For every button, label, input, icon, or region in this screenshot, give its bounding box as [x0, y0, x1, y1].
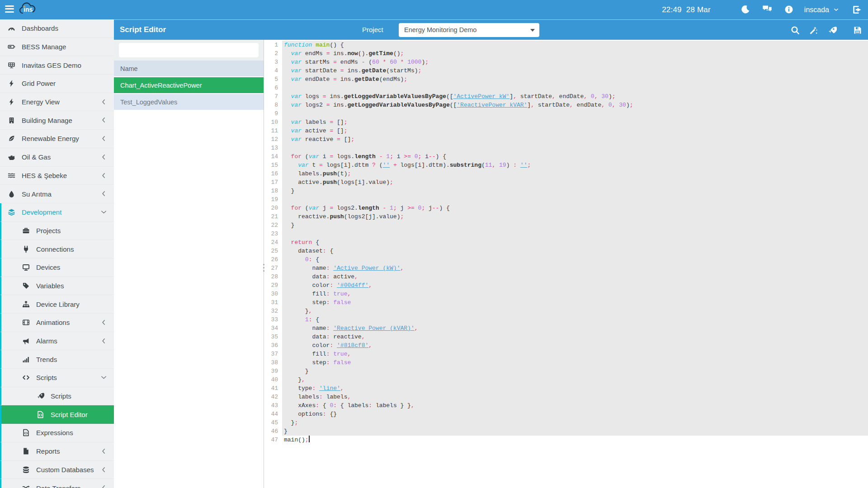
- line-number: 46: [264, 427, 282, 436]
- signout-button[interactable]: [853, 5, 862, 14]
- sidebar-item-inavitas-ges-demo[interactable]: Inavitas GES Demo: [0, 56, 114, 75]
- sidebar-item-bess-manage[interactable]: BESS Manage: [0, 38, 114, 56]
- code-editor[interactable]: 1234567891011121314151617181920212223242…: [264, 40, 868, 488]
- sidebar-item-dashboards[interactable]: Dashboards: [0, 19, 114, 38]
- chevron-left-icon: [100, 154, 107, 160]
- line-number: 33: [264, 315, 282, 324]
- moon-button[interactable]: [741, 5, 750, 14]
- hamburger-menu-button[interactable]: [5, 5, 16, 14]
- info-button[interactable]: [784, 5, 793, 14]
- code-line: [282, 144, 868, 152]
- code-line: main();: [282, 436, 868, 444]
- line-number: 26: [264, 255, 282, 264]
- line-number: 31: [264, 298, 282, 307]
- panel-resize-handle[interactable]: [261, 259, 266, 276]
- sidebar-item-device-library[interactable]: Device Library: [0, 295, 114, 314]
- script-list-item-chart-activereactivepower[interactable]: Chart_ActiveReactivePower: [114, 77, 264, 94]
- sidebar-item-scripts[interactable]: Scripts: [0, 369, 114, 387]
- sidebar-item-custom-databases[interactable]: Custom Databases: [0, 461, 114, 479]
- sidebar-item-energy-view[interactable]: Energy View: [0, 93, 114, 112]
- code-line: options: {}: [282, 410, 868, 418]
- sidebar-item-variables[interactable]: Variables: [0, 277, 114, 296]
- rocket-button[interactable]: [828, 26, 837, 35]
- line-number: 9: [264, 109, 282, 118]
- line-number: 17: [264, 178, 282, 187]
- line-number: 23: [264, 230, 282, 238]
- sidebar-item-data-transfers[interactable]: Data Transfers: [0, 479, 114, 488]
- sidebar-item-label: Script Editor: [51, 411, 88, 418]
- sidebar-item-building-manage[interactable]: Building Manage: [0, 111, 114, 130]
- info-icon: [784, 5, 793, 14]
- sidebar-item-renewable-energy[interactable]: Renewable Energy: [0, 130, 114, 148]
- sidebar-item-alarms[interactable]: Alarms: [0, 332, 114, 351]
- code-line: fill: true,: [282, 350, 868, 358]
- code-line: }: [282, 221, 868, 230]
- code-line: [282, 84, 868, 92]
- code-line: [282, 109, 868, 118]
- line-number: 6: [264, 84, 282, 92]
- shuffle-icon: [22, 484, 30, 488]
- line-number: 11: [264, 127, 282, 135]
- sidebar-item-scripts[interactable]: Scripts: [0, 387, 114, 406]
- search-button[interactable]: [791, 26, 800, 35]
- sidebar-item-hes-ebeke[interactable]: HES & Şebeke: [0, 167, 114, 185]
- sidebar-item-oil-gas[interactable]: Oil & Gas: [0, 148, 114, 167]
- film-icon: [22, 319, 30, 326]
- sidebar-item-label: Projects: [36, 227, 61, 235]
- sidebar-item-trends[interactable]: Trends: [0, 350, 114, 369]
- sidebar-item-development[interactable]: Development: [0, 203, 114, 222]
- rocket-icon: [37, 392, 44, 400]
- clock: 22:4928 Mar: [662, 5, 711, 14]
- code-line: type: 'line',: [282, 384, 868, 393]
- sidebar-item-expressions[interactable]: Expressions: [0, 424, 114, 442]
- sidebar-item-script-editor[interactable]: Script Editor: [0, 405, 114, 424]
- code-line: xAxes: { 0: { labels: labels } },: [282, 401, 868, 410]
- user-menu[interactable]: inscada: [804, 6, 839, 14]
- sidebar-item-su-ar-tma[interactable]: Su Arıtma: [0, 185, 114, 203]
- line-number: 15: [264, 161, 282, 169]
- sidebar-item-label: Expressions: [36, 429, 73, 436]
- sidebar-item-grid-power[interactable]: Grid Power: [0, 75, 114, 93]
- sidebar-item-label: Devices: [36, 263, 60, 271]
- navbar-right-group: 22:4928 Mar inscada: [662, 0, 868, 19]
- project-label: Project: [362, 20, 383, 40]
- sidebar-item-reports[interactable]: Reports: [0, 442, 114, 461]
- sitemap-icon: [22, 300, 30, 308]
- chevron-left-icon: [100, 117, 107, 123]
- code-line: name: 'Active Power (kW)',: [282, 264, 868, 272]
- comments-button[interactable]: [762, 4, 772, 14]
- code-line: };: [282, 418, 868, 427]
- line-number: 43: [264, 401, 282, 410]
- save-button[interactable]: [853, 26, 862, 35]
- sidebar-item-projects[interactable]: Projects: [0, 222, 114, 240]
- project-select[interactable]: Energy Monitoring Demo: [399, 23, 539, 37]
- sidebar-item-animations[interactable]: Animations: [0, 314, 114, 332]
- line-number: 27: [264, 264, 282, 272]
- sidebar-item-label: Device Library: [36, 300, 80, 308]
- line-number: 39: [264, 367, 282, 375]
- code-line: data: reactive,: [282, 333, 868, 341]
- script-search-input[interactable]: [119, 43, 259, 57]
- layers-icon: [8, 208, 15, 216]
- sidebar-item-label: Scripts: [36, 374, 57, 381]
- code-line: step: false: [282, 358, 868, 367]
- magic-wand-button[interactable]: [809, 26, 818, 35]
- code-line: name: 'Reactive Power (kVAR)',: [282, 324, 868, 333]
- editor-code-area: function main() { var endMs = ins.now().…: [282, 40, 868, 488]
- sidebar-item-devices[interactable]: Devices: [0, 258, 114, 277]
- line-number: 12: [264, 135, 282, 144]
- sidebar-item-label: Energy View: [22, 98, 60, 106]
- code-line: data: active,: [282, 272, 868, 281]
- sidebar-item-label: Inavitas GES Demo: [22, 61, 81, 69]
- sidebar-item-connections[interactable]: Connections: [0, 240, 114, 258]
- oil-icon: [8, 153, 15, 161]
- battery-icon: [8, 43, 15, 51]
- line-number: 34: [264, 324, 282, 333]
- sidebar-item-label: Building Manage: [22, 117, 72, 124]
- code-line: var t = logs[i].dttm ? ('' + logs[i].dtt…: [282, 161, 868, 169]
- time-text: 22:49: [662, 5, 682, 14]
- sidebar-item-label: HES & Şebeke: [22, 172, 67, 179]
- script-list-item-test-loggedvalues[interactable]: Test_LoggedValues: [114, 94, 264, 111]
- app-window: ins 22:4928 Mar inscada: [0, 0, 868, 488]
- text-cursor: [309, 436, 310, 442]
